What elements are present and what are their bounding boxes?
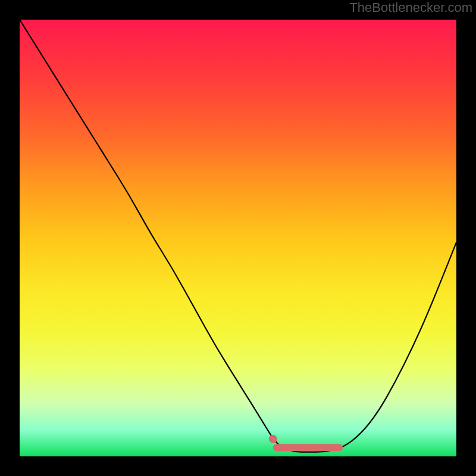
optimal-marker-dot bbox=[269, 435, 277, 443]
bottleneck-curve bbox=[20, 20, 456, 452]
chart-svg bbox=[20, 20, 456, 456]
optimal-range-bar bbox=[273, 444, 343, 451]
attribution-text: TheBottlenecker.com bbox=[349, 0, 472, 15]
